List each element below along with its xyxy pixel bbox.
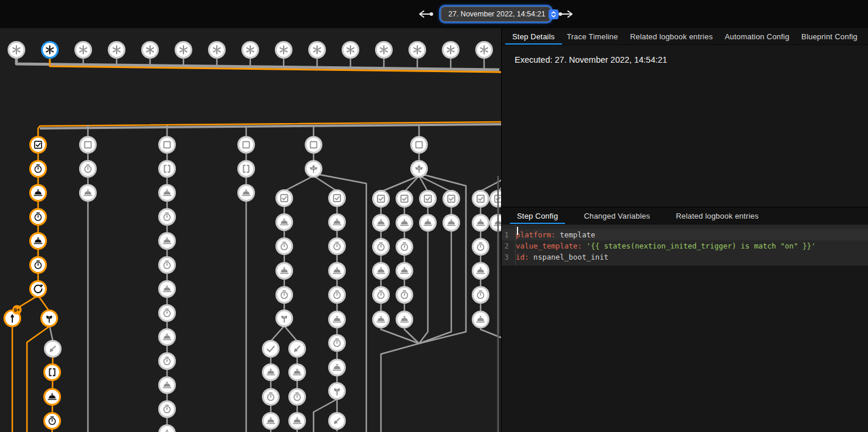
code-line-1[interactable]: 1platform: template [502,229,868,240]
delay-timer-icon-node[interactable] [397,239,413,255]
delay-timer-icon-node[interactable] [473,287,489,303]
tab-related-logbook-entries[interactable]: Related logbook entries [673,208,761,224]
delay-timer-icon-node[interactable] [277,287,292,303]
service-call-icon-node[interactable] [159,185,175,201]
delay-timer-icon-node[interactable] [159,353,175,369]
next-run-button[interactable] [558,9,574,19]
selected-trigger-asterisk-icon-node[interactable] [42,42,58,58]
delay-timer-icon-node[interactable] [290,389,305,405]
service-call-icon-node[interactable] [329,360,345,376]
delay-timer-icon-node[interactable] [277,239,292,254]
condition-checkbox-blank-icon-node[interactable] [306,137,322,153]
delay-timer-icon-node[interactable] [373,287,389,303]
service-call-icon-node[interactable] [329,215,345,230]
graph-scrollbar-thumb[interactable] [498,176,499,432]
service-call-icon-node[interactable] [373,215,389,231]
condition-checkbox-marked-icon-node[interactable] [420,191,436,207]
condition-checkbox-marked-icon-node[interactable] [329,191,345,206]
delay-timer-icon-node[interactable] [159,305,175,321]
parallel-arrows-icon-node[interactable] [411,161,427,177]
tab-trace-timeline[interactable]: Trace Timeline [564,28,621,45]
service-call-icon-node[interactable] [159,426,175,432]
service-call-icon-node[interactable] [444,215,459,231]
trigger-asterisk-icon-node[interactable] [243,42,258,58]
condition-checkbox-marked-icon-node[interactable] [277,191,292,206]
service-call-icon-node[interactable] [397,215,413,231]
condition-checkbox-marked-icon-node[interactable] [473,191,489,207]
delay-timer-icon-node[interactable] [373,239,389,255]
service-call-icon-node[interactable] [159,233,175,249]
trigger-asterisk-icon-node[interactable] [410,42,426,58]
service-call-icon-node[interactable] [373,263,389,279]
service-call-icon-node[interactable] [473,215,489,231]
service-call-icon-node[interactable] [397,263,413,279]
wait-template-brackets-icon-node[interactable] [159,161,175,177]
parallel-arrows-icon-node[interactable] [306,161,322,177]
condition-checkbox-marked-icon-node[interactable] [373,191,389,207]
service-call-icon-node[interactable] [473,263,489,279]
service-call-icon-node[interactable] [159,329,175,345]
delay-timer-icon-node[interactable] [329,335,345,351]
delay-timer-icon-node[interactable] [159,257,175,273]
wait-template-brackets-icon-node[interactable] [45,365,60,380]
service-call-icon-node[interactable] [30,185,46,201]
check-icon-node[interactable] [263,341,279,357]
tab-related-logbook-entries[interactable]: Related logbook entries [628,28,715,45]
service-call-icon-node[interactable] [290,365,305,380]
delay-timer-icon-node[interactable] [159,209,175,225]
condition-checkbox-marked-icon-node[interactable] [491,191,502,207]
service-call-icon-node[interactable] [329,263,345,279]
delay-timer-icon-node[interactable] [397,287,413,303]
call-split-icon-node[interactable] [42,311,57,326]
condition-checkbox-blank-icon-node[interactable] [159,137,175,153]
delay-timer-icon-node[interactable] [30,257,46,273]
arrow-bottom-left-icon-node[interactable] [45,341,61,357]
delay-timer-icon-node[interactable] [329,239,345,254]
previous-run-button[interactable] [417,9,434,19]
run-datetime-select[interactable]: 27. November 2022, 14:54:21 [441,6,551,22]
trigger-asterisk-icon-node[interactable] [276,42,292,58]
trigger-asterisk-icon-node[interactable] [443,42,459,58]
service-call-icon-node[interactable] [420,215,436,231]
service-call-icon-node[interactable] [45,389,60,405]
delay-timer-icon-node[interactable] [80,161,96,177]
service-call-icon-node[interactable] [373,312,389,328]
service-call-icon-node[interactable] [159,281,175,297]
condition-checkbox-marked-icon-node[interactable] [30,137,46,153]
service-call-icon-node[interactable] [80,185,96,201]
service-call-icon-node[interactable] [277,263,292,279]
tab-changed-variables[interactable]: Changed Variables [581,208,652,224]
condition-checkbox-blank-icon-node[interactable] [239,137,254,153]
yaml-code-editor[interactable]: 1platform: template2value_template: '{{ … [502,224,868,266]
tab-step-details[interactable]: Step Details [510,28,557,45]
condition-checkbox-marked-icon-node[interactable] [444,191,459,207]
condition-checkbox-blank-icon-node[interactable] [411,137,427,153]
trace-graph-pane[interactable]: 9+ [0,28,501,432]
call-split-icon-node[interactable] [277,311,292,326]
service-call-icon-node[interactable] [263,413,279,429]
trigger-asterisk-icon-node[interactable] [9,42,25,58]
service-call-icon-node[interactable] [239,185,254,201]
trigger-asterisk-icon-node[interactable] [142,42,158,58]
code-line-2[interactable]: 2value_template: '{{ states(nextion_init… [502,240,868,251]
repeat-refresh-icon-node[interactable] [30,281,46,297]
trigger-asterisk-icon-node[interactable] [476,42,492,58]
condition-checkbox-blank-icon-node[interactable] [80,137,96,153]
delay-timer-icon-node[interactable] [473,239,489,255]
tab-blueprint-config[interactable]: Blueprint Config [799,28,860,45]
delay-timer-icon-node[interactable] [329,287,345,303]
service-call-icon-node[interactable] [159,377,175,393]
delay-timer-icon-node[interactable] [263,389,279,405]
delay-timer-icon-node[interactable] [45,413,60,429]
service-call-icon-node[interactable] [491,215,502,231]
service-call-icon-node[interactable] [30,233,46,249]
trigger-asterisk-icon-node[interactable] [376,42,392,58]
service-call-icon-node[interactable] [329,312,345,328]
service-call-icon-node[interactable] [473,312,489,328]
tab-automation-config[interactable]: Automation Config [723,28,792,45]
code-line-3[interactable]: 3id: nspanel_boot_init [502,251,868,263]
service-call-icon-node[interactable] [277,215,292,230]
delay-timer-icon-node[interactable] [30,209,46,225]
trigger-asterisk-icon-node[interactable] [76,42,91,58]
delay-timer-icon-node[interactable] [30,161,46,177]
